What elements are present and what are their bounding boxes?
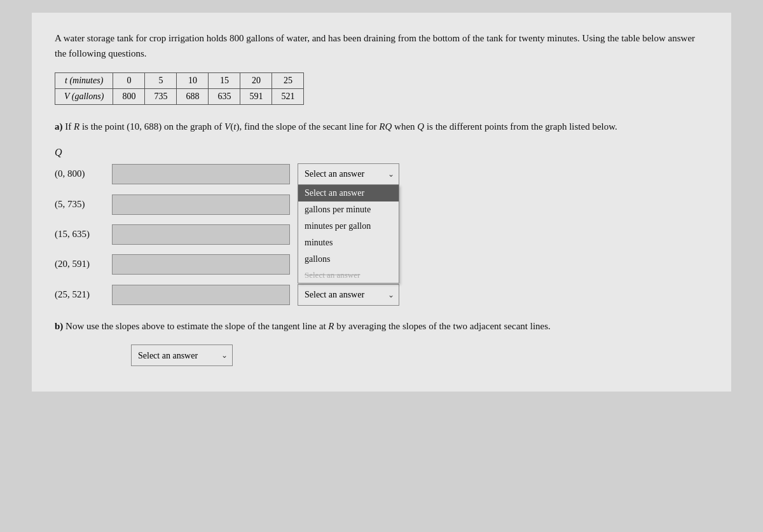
- table-t25: 25: [272, 73, 304, 89]
- dropdown-wrapper-part-b: Select an answer gallons per minute minu…: [131, 344, 233, 366]
- part-a-text: a) If R is the point (10, 688) on the gr…: [55, 119, 708, 135]
- part-b-text: b) Now use the slopes above to estimate …: [55, 318, 708, 335]
- dropdown-25-521[interactable]: Select an answer gallons per minute minu…: [298, 284, 399, 306]
- dropdown-option-gallons[interactable]: gallons: [298, 251, 399, 268]
- input-25-521[interactable]: [112, 285, 290, 305]
- point-label-20: (20, 591): [55, 259, 112, 269]
- data-table-container: t (minutes) 0 5 10 15 20 25 V (gallons) …: [55, 72, 708, 105]
- dropdown-part-b[interactable]: Select an answer gallons per minute minu…: [131, 344, 233, 366]
- dropdown-hint: Select an answer: [298, 268, 399, 283]
- table-header-t: t (minutes): [55, 73, 113, 89]
- table-t10: 10: [177, 73, 209, 89]
- table-v5: 735: [145, 89, 177, 105]
- table-t20: 20: [240, 73, 272, 89]
- data-table: t (minutes) 0 5 10 15 20 25 V (gallons) …: [55, 72, 304, 105]
- table-header-v: V (gallons): [55, 89, 113, 105]
- main-page: A water storage tank for crop irrigation…: [32, 13, 731, 392]
- table-t0: 0: [113, 73, 145, 89]
- table-v15: 635: [209, 89, 240, 105]
- table-v10: 688: [177, 89, 209, 105]
- dropdown-option-gpm[interactable]: gallons per minute: [298, 201, 399, 218]
- point-label-15: (15, 635): [55, 229, 112, 240]
- input-0-800[interactable]: [112, 164, 290, 184]
- table-v0: 800: [113, 89, 145, 105]
- point-label-0: (0, 800): [55, 168, 112, 179]
- dropdown-option-minutes[interactable]: minutes: [298, 235, 399, 251]
- q-label: Q: [55, 147, 708, 158]
- dropdown-option-mpg[interactable]: minutes per gallon: [298, 218, 399, 235]
- part-b-row: Select an answer gallons per minute minu…: [131, 344, 708, 366]
- point-label-5: (5, 735): [55, 199, 112, 210]
- dropdown-option-select-answer[interactable]: Select an answer: [298, 185, 399, 201]
- input-20-591[interactable]: [112, 254, 290, 275]
- input-15-635[interactable]: [112, 224, 290, 245]
- dropdown-0-800[interactable]: Select an answer gallons per minute minu…: [298, 163, 399, 185]
- input-5-735[interactable]: [112, 194, 290, 215]
- point-label-25: (25, 521): [55, 289, 112, 300]
- table-v20: 591: [240, 89, 272, 105]
- problem-description: A water storage tank for crop irrigation…: [55, 31, 708, 61]
- dropdown-open-0-800[interactable]: Select an answer gallons per minute minu…: [298, 185, 399, 283]
- row-0-800: (0, 800) Select an answer gallons per mi…: [55, 163, 708, 185]
- dropdown-wrapper-0-800: Select an answer gallons per minute minu…: [298, 163, 399, 185]
- table-t15: 15: [209, 73, 240, 89]
- table-v25: 521: [272, 89, 304, 105]
- table-t5: 5: [145, 73, 177, 89]
- dropdown-wrapper-25-521: Select an answer gallons per minute minu…: [298, 284, 399, 306]
- row-25-521: (25, 521) Select an answer gallons per m…: [55, 284, 708, 306]
